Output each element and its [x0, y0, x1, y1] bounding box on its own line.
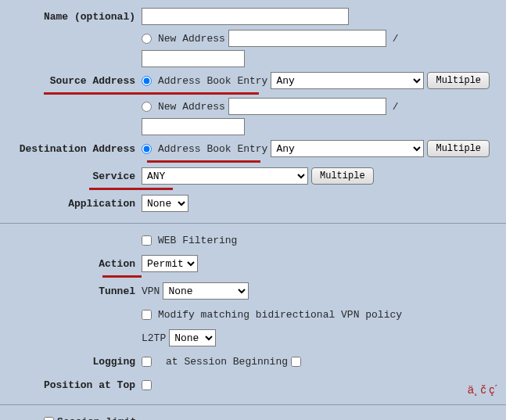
dst-multiple-button[interactable]: Multiple	[427, 140, 490, 157]
tunnel-label: Tunnel	[5, 285, 142, 297]
logging-checkbox[interactable]	[142, 357, 152, 367]
logging-label: Logging	[5, 356, 142, 368]
dst-book-select[interactable]: Any	[271, 140, 424, 157]
session-limit-label: Session-limit	[57, 416, 136, 421]
action-label: Action	[5, 258, 142, 270]
dst-new-radio[interactable]	[142, 102, 152, 112]
src-new-input2[interactable]	[142, 50, 245, 67]
webfilter-label: WEB Filtering	[158, 235, 237, 246]
dst-book-radio[interactable]	[142, 144, 152, 154]
service-select[interactable]: ANY	[142, 167, 308, 185]
dst-new-label: New Address	[158, 101, 225, 113]
src-multiple-button[interactable]: Multiple	[427, 72, 490, 89]
src-new-input1[interactable]	[228, 30, 386, 47]
modify-vpn-label: Modify matching bidirectional VPN policy	[158, 309, 402, 321]
tunnel-vpn-select[interactable]: None	[163, 282, 249, 300]
source-address-label: Source Address	[5, 75, 142, 87]
underline-source	[44, 92, 259, 95]
service-multiple-button[interactable]: Multiple	[311, 167, 374, 185]
name-label: Name (optional)	[5, 11, 142, 23]
tunnel-l2tp-select[interactable]: None	[169, 329, 216, 346]
service-label: Service	[5, 171, 142, 182]
src-book-radio[interactable]	[142, 76, 152, 86]
logging-sess-label: at Session Beginning	[166, 356, 288, 368]
dst-new-input1[interactable]	[228, 98, 386, 115]
src-book-label: Address Book Entry	[158, 75, 267, 87]
src-book-select[interactable]: Any	[271, 72, 424, 89]
tunnel-vpn-prefix: VPN	[142, 285, 160, 297]
underline-service	[89, 188, 173, 190]
dst-new-input2[interactable]	[142, 118, 245, 135]
webfilter-checkbox[interactable]	[142, 235, 152, 246]
action-select[interactable]: Permit	[142, 255, 198, 272]
tunnel-l2tp-prefix: L2TP	[142, 332, 166, 344]
src-slash: /	[389, 33, 402, 45]
session-limit-checkbox[interactable]	[44, 417, 54, 421]
application-select[interactable]: None	[142, 195, 188, 212]
underline-destination	[147, 160, 260, 163]
dst-slash: /	[389, 101, 402, 113]
position-label: Position at Top	[5, 379, 142, 391]
destination-address-label: Destination Address	[5, 143, 142, 155]
src-new-label: New Address	[158, 33, 225, 45]
dst-book-label: Address Book Entry	[158, 143, 267, 155]
name-input[interactable]	[142, 8, 349, 25]
application-label: Application	[5, 198, 142, 210]
logging-sess-checkbox[interactable]	[291, 357, 301, 367]
watermark-text: ä¸ č ç´	[468, 383, 498, 396]
position-checkbox[interactable]	[142, 380, 152, 390]
src-new-radio[interactable]	[142, 34, 152, 44]
modify-vpn-checkbox[interactable]	[142, 310, 152, 320]
underline-action	[102, 275, 142, 278]
